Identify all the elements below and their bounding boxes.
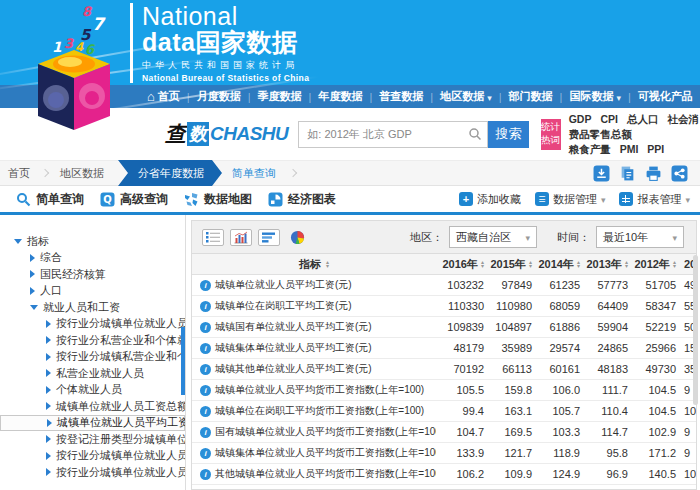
sidebar-item-9[interactable]: 私营企业就业人员: [0, 365, 185, 382]
info-icon[interactable]: [200, 385, 211, 396]
value-cell: 102.9: [628, 426, 676, 438]
search-input[interactable]: [298, 121, 488, 148]
table-header-col-6[interactable]: 2012年: [628, 257, 676, 272]
region-select[interactable]: 西藏自治区: [449, 226, 537, 248]
table-header-col-2[interactable]: 2016年: [436, 257, 484, 272]
sidebar-item-6[interactable]: 按行业分城镇单位就业人员: [0, 316, 185, 333]
region-select-value: 西藏自治区: [456, 230, 511, 245]
tab-data-map[interactable]: 数据地图: [184, 191, 252, 208]
info-icon[interactable]: [200, 301, 211, 312]
nav-item-8[interactable]: 国际数据: [562, 89, 628, 104]
value-cell: 66113: [484, 363, 532, 375]
sidebar-item-11[interactable]: 城镇单位就业人员工资总额和指数: [0, 398, 185, 415]
print-icon[interactable]: [645, 165, 662, 182]
sidebar-item-7[interactable]: 按行业分私营企业和个体就业人员: [0, 332, 185, 349]
value-cell: 104.5: [628, 384, 676, 396]
sidebar-item-14[interactable]: 按行业分城镇单位就业人员工资总: [0, 448, 185, 465]
indicator-cell: 城镇单位就业人员平均工资(元): [192, 278, 436, 292]
search-button[interactable]: 搜索: [488, 121, 528, 148]
sidebar-scrollbar[interactable]: [181, 327, 185, 395]
nav-item-4[interactable]: 年度数据: [311, 89, 369, 104]
hot-word-link[interactable]: GDP: [569, 113, 592, 125]
info-icon[interactable]: [200, 448, 211, 459]
value-cell: 68059: [532, 300, 580, 312]
nav-item-label: 部门数据: [509, 89, 553, 104]
info-icon[interactable]: [200, 280, 211, 291]
table-row: 城镇集体单位就业人员平均货币工资指数(上年=100)133.9121.7118.…: [192, 443, 696, 464]
hot-word-link[interactable]: 粮食产量: [569, 143, 611, 155]
info-icon[interactable]: [200, 469, 211, 480]
sidebar-item-8[interactable]: 按行业分城镇私营企业和个体就业: [0, 349, 185, 366]
time-select[interactable]: 最近10年: [596, 226, 684, 248]
copy-icon[interactable]: [619, 165, 636, 182]
hot-words-badge: 统计 热词: [541, 119, 561, 150]
table-row: 城镇国有单位就业人员平均工资(元)10983910489761886599045…: [192, 317, 696, 338]
sidebar-item-10[interactable]: 个体就业人员: [0, 382, 185, 399]
table-header-col-1[interactable]: 指标: [192, 257, 436, 272]
nav-item-5[interactable]: 普查数据: [372, 89, 430, 104]
tab-econ-chart[interactable]: 经济图表: [268, 191, 336, 208]
share-icon[interactable]: [671, 165, 688, 182]
sidebar-item-13[interactable]: 按登记注册类型分城镇单位就业人: [0, 431, 185, 448]
indicator-cell: 国有城镇单位就业人员平均货币工资指数(上年=100): [192, 425, 436, 439]
table-header-col-4[interactable]: 2014年: [532, 257, 580, 272]
pie-chart-view-button[interactable]: [286, 229, 308, 246]
sidebar-item-3[interactable]: 国民经济核算: [0, 266, 185, 283]
nav-item-6[interactable]: 地区数据: [433, 89, 499, 104]
value-cell: 118.9: [532, 447, 580, 459]
report-management-label: 报表管理: [637, 192, 681, 207]
site-subtitle-cn: 中华人民共和国国家统计局: [142, 59, 309, 72]
table-header-col-3[interactable]: 2015年: [484, 257, 532, 272]
data-management-button[interactable]: 数据管理: [535, 192, 606, 207]
sort-icon[interactable]: [326, 260, 329, 269]
breadcrumb-home[interactable]: 首页: [0, 166, 38, 181]
breadcrumb-current[interactable]: 简单查询: [222, 166, 286, 181]
add-favorite-button[interactable]: 添加收藏: [459, 192, 521, 207]
sidebar-item-1[interactable]: 指标: [0, 233, 185, 250]
hot-word-link[interactable]: PPI: [647, 143, 664, 155]
value-cell: 52219: [628, 321, 676, 333]
sidebar-item-label: 国民经济核算: [40, 267, 106, 282]
bar-chart-view-button[interactable]: [230, 229, 252, 246]
tree-expanded-icon: [14, 239, 22, 244]
info-icon[interactable]: [200, 343, 211, 354]
nav-item-9[interactable]: 可视化产品: [631, 89, 700, 104]
info-icon[interactable]: [200, 364, 211, 375]
info-icon[interactable]: [200, 322, 211, 333]
value-cell: 110980: [484, 300, 532, 312]
table-header-col-5[interactable]: 2013年: [580, 257, 628, 272]
nav-item-7[interactable]: 部门数据: [502, 89, 560, 104]
value-cell: 96.9: [580, 468, 628, 480]
table-row: 城镇单位就业人员平均实际工资指数(上年=100)102.2157.4103.21…: [192, 485, 696, 490]
nav-item-3[interactable]: 季度数据: [251, 89, 309, 104]
tab-simple-query[interactable]: 简单查询: [16, 191, 84, 208]
sidebar-item-12[interactable]: 城镇单位就业人员平均工资和指数: [0, 415, 185, 432]
site-title-line1: National: [142, 3, 309, 29]
breadcrumb-active-tab[interactable]: 分省年度数据: [118, 160, 222, 186]
hot-word-link[interactable]: 总人口: [627, 113, 659, 125]
value-cell: 110.4: [580, 405, 628, 417]
indicator-name: 城镇单位在岗职工平均货币工资指数(上年=100): [215, 404, 424, 418]
nav-item-label: 地区数据: [440, 89, 484, 104]
tab-advanced-query[interactable]: Q 高级查询: [100, 191, 168, 208]
sidebar-item-4[interactable]: 人口: [0, 283, 185, 300]
report-management-button[interactable]: 报表管理: [619, 192, 690, 207]
value-cell: 70192: [436, 363, 484, 375]
sidebar-item-15[interactable]: 按行业分城镇单位就业人员平均工: [0, 464, 185, 481]
sidebar-item-2[interactable]: 综合: [0, 250, 185, 267]
info-icon[interactable]: [200, 406, 211, 417]
value-cell: 95.8: [580, 447, 628, 459]
sidebar-item-5[interactable]: 就业人员和工资: [0, 299, 185, 316]
hot-word-link[interactable]: CPI: [600, 113, 618, 125]
list-view-button[interactable]: [202, 229, 224, 246]
advanced-query-icon: Q: [100, 192, 115, 207]
svg-text:1: 1: [52, 39, 62, 55]
svg-text:7: 7: [92, 14, 106, 34]
info-icon[interactable]: [200, 427, 211, 438]
table-scrollbar[interactable]: [693, 255, 698, 405]
download-icon[interactable]: [593, 165, 610, 182]
indicator-name: 城镇集体单位就业人员平均货币工资指数(上年=100): [215, 446, 436, 460]
hot-word-link[interactable]: PMI: [620, 143, 639, 155]
breadcrumb-section[interactable]: 地区数据: [52, 166, 112, 181]
hbar-chart-view-button[interactable]: [258, 229, 280, 246]
